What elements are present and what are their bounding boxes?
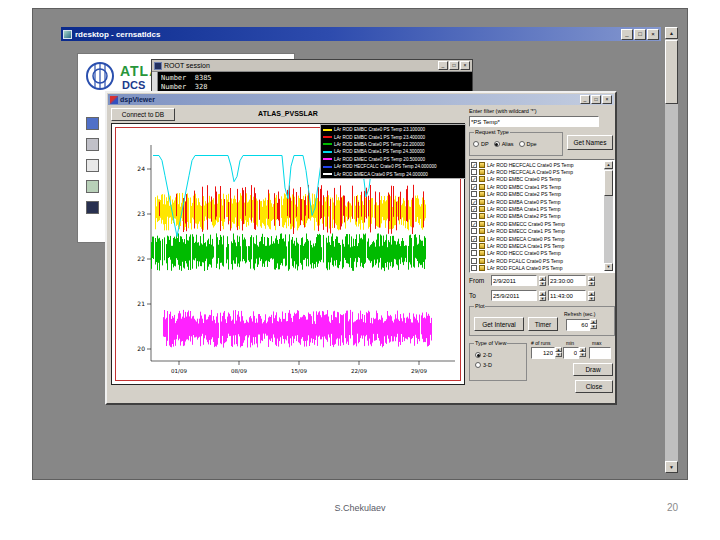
rdesktop-titlebar[interactable]: rdesktop - cernsatldcs _ □ ×	[61, 27, 661, 41]
from-time-spinner[interactable]: ▲ ▼	[588, 276, 595, 286]
to-time-spinner[interactable]: ▲ ▼	[588, 291, 595, 301]
close-button[interactable]: ×	[647, 29, 659, 40]
request-type-radio-icon[interactable]	[494, 141, 500, 147]
checkbox-icon[interactable]	[471, 228, 477, 234]
list-item[interactable]: LAr ROD EMBA Crate2 PS Temp	[471, 213, 603, 220]
list-item[interactable]: ✓LAr ROD EMBC Crate0 PS Temp	[471, 176, 603, 183]
spin-down-icon[interactable]: ▼	[590, 324, 597, 329]
radio-option-2-d[interactable]: 2-D	[475, 352, 492, 358]
from-date-spinner[interactable]: ▲ ▼	[539, 276, 546, 286]
runs-input[interactable]	[531, 347, 555, 359]
to-date-spinner[interactable]: ▲ ▼	[539, 291, 546, 301]
checkbox-icon[interactable]: ✓	[471, 176, 477, 182]
list-item[interactable]: ✓LAr ROD EMBA Crate1 PS Temp	[471, 205, 603, 212]
checkbox-icon[interactable]	[471, 265, 477, 271]
viewer-titlebar[interactable]: dspViewer _ □ ×	[108, 94, 614, 105]
timer-button[interactable]: Timer	[528, 317, 558, 331]
list-item[interactable]: ✓LAr ROD EMECA Crate0 PS Temp	[471, 235, 603, 242]
request-type-radio-icon[interactable]	[473, 141, 479, 147]
list-item[interactable]: LAr ROD HECC Crate0 PS Temp	[471, 250, 603, 257]
radio-option-dpe[interactable]: Dpe	[519, 141, 537, 147]
refresh-spinner[interactable]: ▲ ▼	[590, 319, 597, 329]
datapoint-icon	[479, 184, 485, 190]
terminal-titlebar[interactable]: ROOT session _ □ ×	[152, 60, 472, 72]
list-item[interactable]: LAr ROD EMECA Crate1 PS Temp	[471, 242, 603, 249]
checkbox-icon[interactable]	[471, 250, 477, 256]
request-type-radio-icon[interactable]	[519, 141, 525, 147]
from-date-input[interactable]	[491, 275, 537, 286]
list-item[interactable]: ✓LAr ROD EMBA Crate0 PS Temp	[471, 198, 603, 205]
scrollbar-thumb[interactable]	[665, 40, 678, 104]
from-time-input[interactable]	[548, 275, 586, 286]
draw-button[interactable]: Draw	[573, 363, 613, 376]
checkbox-icon[interactable]: ✓	[471, 206, 477, 212]
list-item[interactable]: LAr ROD EMECC Crate1 PS Temp	[471, 228, 603, 235]
shortcut-icon-2-icon[interactable]	[86, 138, 99, 151]
close-button[interactable]: ×	[460, 61, 470, 70]
list-item[interactable]: LAr ROD HECFCALA Crate0 PS Temp	[471, 168, 603, 175]
maximize-button[interactable]: □	[634, 29, 646, 40]
max-input[interactable]	[589, 347, 611, 359]
min-input[interactable]	[563, 347, 579, 359]
shortcut-icon-5-icon[interactable]	[86, 201, 99, 214]
legend-entry: LAr ROD HECFCALC Crate0 PS Temp 24.00000…	[323, 163, 463, 170]
radio-option-3-d[interactable]: 3-D	[475, 362, 492, 368]
to-date-input[interactable]	[491, 290, 537, 301]
view-type-radio-icon[interactable]	[475, 352, 481, 358]
checkbox-icon[interactable]	[471, 258, 477, 264]
scroll-down-icon[interactable]: ▼	[665, 461, 678, 473]
list-item[interactable]: LAr ROD EMBC Crate2 PS Temp	[471, 191, 603, 198]
close-button[interactable]: ×	[602, 95, 612, 104]
rdesktop-window-title: rdesktop - cernsatldcs	[75, 30, 618, 39]
shortcut-icon-4-icon[interactable]	[86, 180, 99, 193]
checkbox-icon[interactable]: ✓	[471, 236, 477, 242]
list-item[interactable]: LAr ROD FCALA Crate0 PS Temp	[471, 264, 603, 271]
close-viewer-button[interactable]: Close	[575, 380, 613, 393]
list-item-label: LAr ROD HECFCALC Crate0 PS Temp	[487, 162, 574, 168]
radio-option-alias[interactable]: Alias	[494, 141, 514, 147]
checkbox-icon[interactable]	[471, 191, 477, 197]
list-item[interactable]: ✓LAr ROD EMECC Crate0 PS Temp	[471, 220, 603, 227]
checkbox-icon[interactable]	[471, 243, 477, 249]
minimize-button[interactable]: _	[438, 61, 448, 70]
checkbox-icon[interactable]: ✓	[471, 221, 477, 227]
checkbox-icon[interactable]: ✓	[471, 199, 477, 205]
get-names-button[interactable]: Get Names	[567, 135, 613, 150]
scrollbar-thumb[interactable]	[604, 170, 613, 196]
refresh-rate-input[interactable]	[566, 319, 590, 331]
runs-spinner[interactable]: ▲ ▼	[555, 347, 562, 357]
shortcut-icon-3-icon[interactable]	[86, 159, 99, 172]
desktop-vertical-scrollbar[interactable]: ▲ ▼	[665, 27, 678, 473]
radio-option-dp[interactable]: DP	[473, 141, 489, 147]
shortcut-icon-1-icon[interactable]	[86, 117, 99, 130]
svg-text:21: 21	[137, 300, 145, 307]
scroll-up-icon[interactable]: ▲	[604, 161, 613, 169]
spin-down-icon[interactable]: ▼	[579, 352, 586, 357]
maximize-button[interactable]: □	[591, 95, 601, 104]
to-time-input[interactable]	[548, 290, 586, 301]
list-item[interactable]: LAr ROD FCALC Crate0 PS Temp	[471, 257, 603, 264]
spin-down-icon[interactable]: ▼	[588, 281, 595, 286]
checkbox-icon[interactable]	[471, 169, 477, 175]
terminal-app-icon	[154, 62, 162, 70]
spin-down-icon[interactable]: ▼	[555, 352, 562, 357]
spin-down-icon[interactable]: ▼	[588, 296, 595, 301]
checkbox-icon[interactable]: ✓	[471, 162, 477, 168]
datapoint-list[interactable]: ✓LAr ROD HECFCALC Crate0 PS TempLAr ROD …	[469, 159, 615, 273]
minimize-button[interactable]: _	[621, 29, 633, 40]
min-spinner[interactable]: ▲ ▼	[579, 347, 586, 357]
spin-down-icon[interactable]: ▼	[539, 281, 546, 286]
spin-down-icon[interactable]: ▼	[539, 296, 546, 301]
view-type-radio-icon[interactable]	[475, 362, 481, 368]
scroll-up-icon[interactable]: ▲	[665, 27, 678, 39]
checkbox-icon[interactable]: ✓	[471, 184, 477, 190]
checkbox-icon[interactable]	[471, 213, 477, 219]
list-item[interactable]: ✓LAr ROD HECFCALC Crate0 PS Temp	[471, 161, 603, 168]
list-scrollbar[interactable]: ▲ ▼	[604, 161, 613, 271]
list-item[interactable]: ✓LAr ROD EMBC Crate1 PS Temp	[471, 183, 603, 190]
scroll-down-icon[interactable]: ▼	[604, 263, 613, 271]
maximize-button[interactable]: □	[449, 61, 459, 70]
minimize-button[interactable]: _	[580, 95, 590, 104]
get-interval-button[interactable]: Get Interval	[474, 317, 524, 331]
filter-input[interactable]	[469, 116, 599, 127]
